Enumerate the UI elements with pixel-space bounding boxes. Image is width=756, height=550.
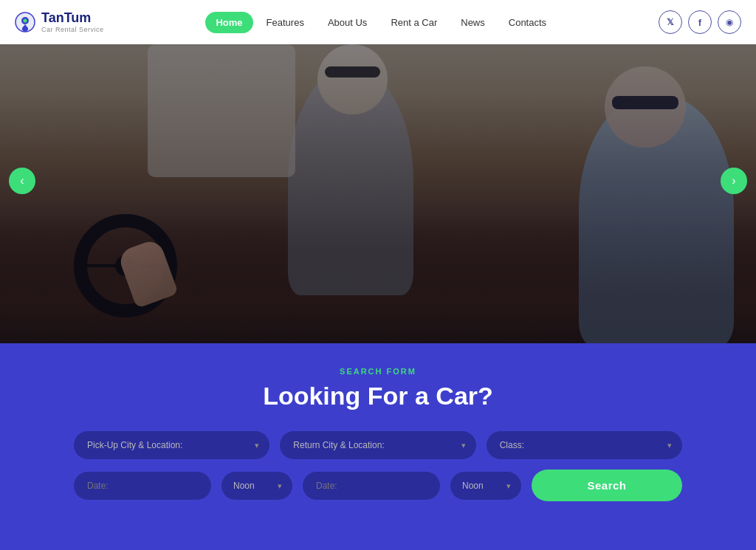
carousel-next-button[interactable]: ›: [721, 168, 747, 194]
nav-contacts[interactable]: Contacts: [498, 12, 557, 33]
search-title: Looking For a Car?: [74, 382, 682, 410]
brand-tagline: Car Rental Service: [41, 26, 104, 33]
logo[interactable]: TanTum Car Rental Service: [15, 11, 104, 33]
search-button[interactable]: Search: [532, 470, 682, 501]
noon1-select-wrapper: Noon Morning Evening ▾: [221, 472, 292, 500]
logo-icon: [15, 12, 35, 32]
chevron-left-icon: ‹: [20, 174, 24, 188]
hero-section: ‹ ›: [0, 0, 756, 362]
facebook-icon: f: [698, 17, 701, 28]
navbar: TanTum Car Rental Service Home Features …: [0, 0, 756, 44]
return-select[interactable]: Return City & Location:: [280, 431, 475, 459]
date1-input[interactable]: [74, 472, 211, 500]
twitter-icon: 𝕏: [667, 17, 674, 27]
search-section: SEARCH FORM Looking For a Car? Pick-Up C…: [0, 343, 756, 550]
class-select[interactable]: Class:: [487, 431, 682, 459]
instagram-button[interactable]: ◉: [718, 10, 741, 34]
nav-features[interactable]: Features: [256, 12, 315, 33]
nav-home[interactable]: Home: [205, 12, 252, 33]
return-select-wrapper: Return City & Location: ▾: [280, 431, 475, 459]
noon1-select[interactable]: Noon Morning Evening: [221, 472, 292, 500]
chevron-right-icon: ›: [732, 174, 735, 188]
nav-rent[interactable]: Rent a Car: [380, 12, 447, 33]
facebook-button[interactable]: f: [688, 10, 712, 34]
class-select-wrapper: Class: ▾: [487, 431, 682, 459]
pickup-select[interactable]: Pick-Up City & Location:: [74, 431, 269, 459]
pickup-select-wrapper: Pick-Up City & Location: ▾: [74, 431, 269, 459]
twitter-button[interactable]: 𝕏: [659, 10, 682, 34]
search-row-1: Pick-Up City & Location: ▾ Return City &…: [74, 431, 682, 459]
brand-name: TanTum: [41, 11, 104, 26]
nav-news[interactable]: News: [450, 12, 495, 33]
noon2-select-wrapper: Noon Morning Evening ▾: [450, 472, 521, 500]
hero-overlay: [0, 0, 756, 362]
svg-point-2: [24, 18, 27, 22]
nav-about[interactable]: About Us: [317, 12, 377, 33]
carousel-prev-button[interactable]: ‹: [9, 168, 35, 194]
search-section-label: SEARCH FORM: [74, 367, 682, 376]
nav-links: Home Features About Us Rent a Car News C…: [205, 12, 557, 33]
noon2-select[interactable]: Noon Morning Evening: [450, 472, 521, 500]
social-icons: 𝕏 f ◉: [659, 10, 741, 34]
instagram-icon: ◉: [726, 17, 733, 27]
search-row-2: Noon Morning Evening ▾ Noon Morning Even…: [74, 470, 682, 501]
date2-input[interactable]: [303, 472, 440, 500]
